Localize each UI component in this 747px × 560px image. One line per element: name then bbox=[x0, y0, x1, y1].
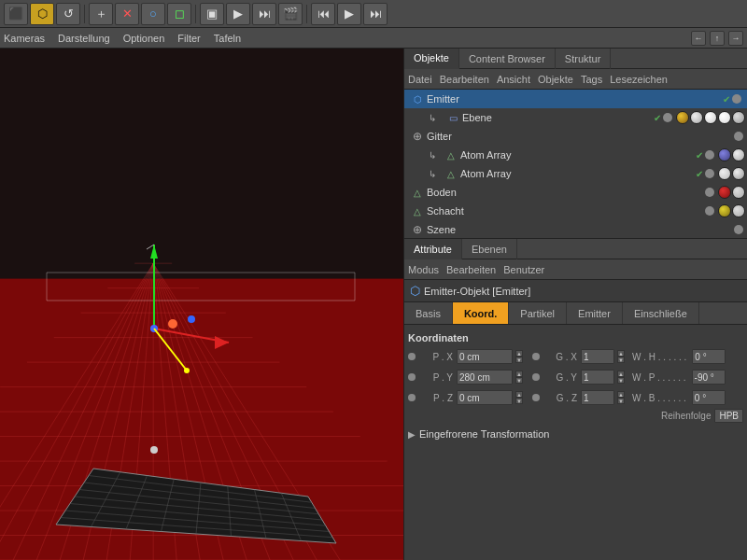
inner-tab-koord[interactable]: Koord. bbox=[453, 302, 509, 324]
tool-obj[interactable]: ▣ bbox=[200, 3, 224, 25]
inner-tab-basis[interactable]: Basis bbox=[404, 302, 453, 324]
gz-input[interactable] bbox=[581, 390, 614, 405]
obj-menu-bearbeiten[interactable]: Bearbeiten bbox=[440, 74, 489, 85]
object-list: ⬡ Emitter ✔ ↳ ▭ Ebene ✔ bbox=[404, 90, 747, 239]
attribute-panel: Attribute Ebenen Modus Bearbeiten Benutz… bbox=[404, 239, 747, 560]
frozen-label: Eingefrorene Transformation bbox=[419, 428, 549, 440]
tool-render[interactable]: ▶ bbox=[226, 3, 250, 25]
obj-row-emitter[interactable]: ⬡ Emitter ✔ bbox=[404, 90, 747, 108]
gx-input[interactable] bbox=[581, 349, 614, 364]
attr-row-px: P . X ▲ ▼ G . X ▲ ▼ W . H . . . . bbox=[408, 347, 743, 366]
schacht-dot bbox=[705, 206, 714, 216]
py-down[interactable]: ▼ bbox=[515, 377, 523, 384]
pz-arrows: ▲ ▼ bbox=[515, 391, 523, 404]
gx-dot bbox=[532, 353, 540, 360]
px-input[interactable] bbox=[457, 349, 513, 364]
py-arrows: ▲ ▼ bbox=[515, 371, 523, 384]
obj-row-atom1[interactable]: ↳ △ Atom Array ✔ bbox=[404, 146, 747, 164]
obj-row-schacht[interactable]: △ Schacht bbox=[404, 202, 747, 220]
boden-mat2 bbox=[732, 186, 745, 199]
tool-select[interactable]: ⬛ bbox=[4, 3, 28, 25]
px-down[interactable]: ▼ bbox=[515, 357, 523, 363]
py-up[interactable]: ▲ bbox=[515, 371, 523, 377]
frozen-transformation[interactable]: ▶ Eingefrorene Transformation bbox=[408, 425, 743, 443]
attr-title-icon: ⬡ bbox=[410, 284, 420, 298]
py-input[interactable] bbox=[457, 370, 513, 385]
tab-ebenen[interactable]: Ebenen bbox=[462, 239, 517, 259]
tool-next[interactable]: ⏭ bbox=[363, 3, 388, 25]
tool-circle[interactable]: ○ bbox=[141, 3, 165, 25]
inner-tab-einschliessung[interactable]: Einschließe bbox=[623, 302, 699, 324]
tool-render2[interactable]: ⏭ bbox=[252, 3, 276, 25]
obj-row-atom2[interactable]: ↳ △ Atom Array ✔ bbox=[404, 164, 747, 183]
gz-down[interactable]: ▼ bbox=[617, 398, 625, 404]
schacht-mat2 bbox=[732, 204, 745, 217]
ebene-check[interactable]: ✔ bbox=[654, 113, 661, 123]
inner-tab-partikel[interactable]: Partikel bbox=[509, 302, 567, 324]
tool-anim[interactable]: 🎬 bbox=[278, 3, 303, 25]
menu-kameras[interactable]: Kameras bbox=[4, 33, 45, 44]
tab-attribute[interactable]: Attribute bbox=[404, 239, 462, 259]
tool-square[interactable]: ◻ bbox=[167, 3, 191, 25]
ebene-materials bbox=[676, 111, 745, 124]
tool-move[interactable]: ⬡ bbox=[30, 3, 54, 25]
obj-row-gitter[interactable]: ⊕ Gitter bbox=[404, 127, 747, 146]
obj-menu-datei[interactable]: Datei bbox=[408, 74, 432, 85]
gz-up[interactable]: ▲ bbox=[617, 391, 625, 398]
atom1-check[interactable]: ✔ bbox=[696, 150, 703, 161]
obj-row-ebene[interactable]: ↳ ▭ Ebene ✔ bbox=[404, 108, 747, 127]
ebene-label: Ebene bbox=[462, 112, 654, 123]
menu-darstellung[interactable]: Darstellung bbox=[58, 33, 110, 44]
atom2-label: Atom Array bbox=[460, 168, 696, 179]
menu-optionen[interactable]: Optionen bbox=[123, 33, 165, 44]
gy-input[interactable] bbox=[581, 370, 614, 385]
tab-content-browser[interactable]: Content Browser bbox=[459, 49, 556, 69]
obj-row-boden[interactable]: △ Boden bbox=[404, 183, 747, 202]
attr-modus[interactable]: Modus bbox=[408, 264, 439, 275]
wb-input[interactable] bbox=[692, 390, 726, 405]
nav-up[interactable]: ↑ bbox=[710, 31, 725, 46]
schacht-label: Schacht bbox=[427, 205, 705, 217]
gx-up[interactable]: ▲ bbox=[617, 350, 625, 357]
nav-left[interactable]: ← bbox=[691, 31, 706, 46]
wh-input[interactable] bbox=[692, 349, 726, 364]
tab-struktur[interactable]: Struktur bbox=[556, 49, 612, 69]
tool-play[interactable]: ▶ bbox=[337, 3, 361, 25]
gy-up[interactable]: ▲ bbox=[617, 371, 625, 377]
3d-viewport[interactable] bbox=[0, 49, 403, 560]
gy-down[interactable]: ▼ bbox=[617, 377, 625, 384]
wb-label: W . B . . . . . . bbox=[632, 393, 686, 403]
attr-row-pz: P . Z ▲ ▼ G . Z ▲ ▼ W . B . . . . bbox=[408, 388, 743, 407]
pz-dot bbox=[408, 394, 416, 401]
boden-dot bbox=[705, 188, 714, 197]
obj-menu-ansicht[interactable]: Ansicht bbox=[497, 74, 530, 85]
atom2-check[interactable]: ✔ bbox=[696, 169, 703, 179]
obj-menu-objekte[interactable]: Objekte bbox=[538, 74, 573, 85]
gz-label: G . Z bbox=[543, 393, 577, 403]
emitter-check[interactable]: ✔ bbox=[723, 94, 730, 105]
tab-objekte[interactable]: Objekte bbox=[404, 49, 459, 69]
attr-benutzer[interactable]: Benutzer bbox=[503, 264, 544, 275]
gy-dot bbox=[532, 373, 540, 381]
nav-right[interactable]: → bbox=[728, 31, 743, 46]
obj-row-szene[interactable]: ⊕ Szene bbox=[404, 220, 747, 239]
main-area: Objekte Content Browser Struktur Datei B… bbox=[0, 49, 747, 560]
obj-menu-tags[interactable]: Tags bbox=[581, 74, 602, 85]
tool-add[interactable]: ＋ bbox=[89, 3, 113, 25]
px-up[interactable]: ▲ bbox=[515, 350, 523, 357]
emitter-dot bbox=[732, 94, 741, 104]
tool-x[interactable]: ✕ bbox=[115, 3, 139, 25]
menu-tafeln[interactable]: Tafeln bbox=[214, 33, 241, 44]
pz-up[interactable]: ▲ bbox=[515, 391, 523, 398]
menu-filter[interactable]: Filter bbox=[177, 33, 200, 44]
pz-down[interactable]: ▼ bbox=[515, 398, 523, 404]
tool-rotate[interactable]: ↺ bbox=[56, 3, 80, 25]
wp-input[interactable] bbox=[692, 370, 726, 385]
atom2-arrow: ↳ bbox=[425, 166, 440, 181]
inner-tab-emitter[interactable]: Emitter bbox=[567, 302, 623, 324]
pz-input[interactable] bbox=[457, 390, 513, 405]
obj-menu-lesezeichen[interactable]: Lesezeichen bbox=[610, 74, 668, 85]
attr-bearbeiten[interactable]: Bearbeiten bbox=[446, 264, 496, 275]
gx-down[interactable]: ▼ bbox=[617, 357, 625, 363]
tool-prev[interactable]: ⏮ bbox=[311, 3, 335, 25]
